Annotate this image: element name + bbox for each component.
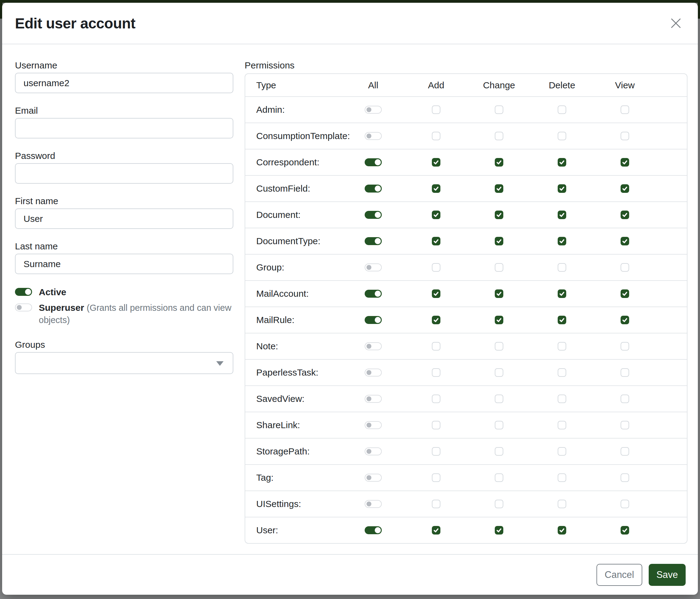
permission-add-checkbox[interactable] — [432, 289, 441, 298]
permission-change-checkbox[interactable] — [495, 132, 503, 140]
permissions-table: Type All Add Change Delete View Admin: — [245, 73, 688, 544]
permission-view-checkbox[interactable] — [621, 447, 629, 456]
permission-delete-checkbox[interactable] — [558, 184, 566, 193]
permission-change-checkbox[interactable] — [495, 368, 503, 377]
permission-all-toggle[interactable] — [365, 448, 382, 455]
permission-row: Group: — [245, 254, 687, 280]
permission-add-checkbox[interactable] — [432, 473, 441, 482]
first-name-input[interactable] — [15, 209, 233, 229]
email-input[interactable] — [15, 118, 233, 139]
cancel-button[interactable]: Cancel — [597, 564, 642, 586]
permission-add-checkbox[interactable] — [432, 526, 441, 534]
permission-all-toggle[interactable] — [365, 526, 382, 534]
permission-add-checkbox[interactable] — [432, 447, 441, 456]
save-button[interactable]: Save — [649, 564, 686, 586]
permission-delete-checkbox[interactable] — [558, 473, 566, 482]
permission-delete-checkbox[interactable] — [558, 447, 566, 456]
permission-change-checkbox[interactable] — [495, 316, 503, 324]
permission-all-toggle[interactable] — [365, 500, 382, 508]
permission-all-toggle[interactable] — [365, 316, 382, 324]
permission-add-checkbox[interactable] — [432, 263, 441, 272]
permission-delete-checkbox[interactable] — [558, 526, 566, 534]
permission-delete-checkbox[interactable] — [558, 132, 566, 140]
groups-select[interactable] — [15, 352, 233, 374]
permission-view-checkbox[interactable] — [621, 132, 629, 140]
permission-change-checkbox[interactable] — [495, 263, 503, 272]
permission-change-checkbox[interactable] — [495, 105, 503, 114]
permission-change-checkbox[interactable] — [495, 473, 503, 482]
permission-delete-checkbox[interactable] — [558, 263, 566, 272]
permission-delete-checkbox[interactable] — [558, 500, 566, 508]
last-name-input[interactable] — [15, 254, 233, 274]
permission-view-checkbox[interactable] — [621, 526, 629, 534]
permission-change-checkbox[interactable] — [495, 184, 503, 193]
permission-view-checkbox[interactable] — [621, 158, 629, 167]
permission-delete-checkbox[interactable] — [558, 368, 566, 377]
permission-all-toggle[interactable] — [365, 395, 382, 403]
superuser-toggle[interactable] — [15, 304, 32, 311]
permission-view-checkbox[interactable] — [621, 211, 629, 219]
permission-add-checkbox[interactable] — [432, 237, 441, 245]
permission-delete-checkbox[interactable] — [558, 421, 566, 429]
permission-add-checkbox[interactable] — [432, 184, 441, 193]
permission-change-checkbox[interactable] — [495, 342, 503, 351]
permission-delete-checkbox[interactable] — [558, 289, 566, 298]
close-button[interactable] — [667, 15, 684, 32]
permission-row: Tag: — [245, 464, 687, 490]
permission-view-checkbox[interactable] — [621, 500, 629, 508]
permission-view-checkbox[interactable] — [621, 316, 629, 324]
permission-all-toggle[interactable] — [365, 211, 382, 219]
permission-delete-checkbox[interactable] — [558, 316, 566, 324]
permission-all-toggle[interactable] — [365, 368, 382, 377]
permission-add-checkbox[interactable] — [432, 158, 441, 167]
permission-delete-checkbox[interactable] — [558, 105, 566, 114]
permission-view-checkbox[interactable] — [621, 289, 629, 298]
permission-add-checkbox[interactable] — [432, 316, 441, 324]
permission-view-checkbox[interactable] — [621, 394, 629, 403]
username-input[interactable] — [15, 73, 233, 93]
permission-all-toggle[interactable] — [365, 158, 382, 166]
permission-add-checkbox[interactable] — [432, 368, 441, 377]
permission-add-checkbox[interactable] — [432, 211, 441, 219]
permission-change-checkbox[interactable] — [495, 211, 503, 219]
permission-delete-checkbox[interactable] — [558, 394, 566, 403]
permission-all-toggle[interactable] — [365, 290, 382, 298]
permission-add-checkbox[interactable] — [432, 132, 441, 140]
permission-view-checkbox[interactable] — [621, 184, 629, 193]
permission-delete-checkbox[interactable] — [558, 237, 566, 245]
permission-add-checkbox[interactable] — [432, 421, 441, 429]
permission-change-checkbox[interactable] — [495, 237, 503, 245]
permission-delete-checkbox[interactable] — [558, 158, 566, 167]
permission-view-checkbox[interactable] — [621, 368, 629, 377]
permission-all-toggle[interactable] — [365, 132, 382, 140]
password-input[interactable] — [15, 163, 233, 184]
permission-change-checkbox[interactable] — [495, 394, 503, 403]
permission-change-checkbox[interactable] — [495, 421, 503, 429]
permission-all-toggle[interactable] — [365, 474, 382, 482]
permission-add-checkbox[interactable] — [432, 394, 441, 403]
permission-all-toggle[interactable] — [365, 185, 382, 193]
permission-change-checkbox[interactable] — [495, 526, 503, 534]
permission-change-checkbox[interactable] — [495, 158, 503, 167]
permission-change-checkbox[interactable] — [495, 289, 503, 298]
permission-all-toggle[interactable] — [365, 421, 382, 429]
permission-add-checkbox[interactable] — [432, 500, 441, 508]
permission-delete-checkbox[interactable] — [558, 211, 566, 219]
close-icon — [670, 17, 682, 30]
permission-all-toggle[interactable] — [365, 263, 382, 271]
permission-all-toggle[interactable] — [365, 237, 382, 245]
permission-all-toggle[interactable] — [365, 342, 382, 350]
permission-change-checkbox[interactable] — [495, 447, 503, 456]
permission-delete-checkbox[interactable] — [558, 342, 566, 351]
permission-view-checkbox[interactable] — [621, 342, 629, 351]
permission-add-checkbox[interactable] — [432, 342, 441, 351]
permission-change-checkbox[interactable] — [495, 500, 503, 508]
permission-view-checkbox[interactable] — [621, 263, 629, 272]
permission-add-checkbox[interactable] — [432, 105, 441, 114]
permission-view-checkbox[interactable] — [621, 105, 629, 114]
permission-view-checkbox[interactable] — [621, 473, 629, 482]
permission-all-toggle[interactable] — [365, 106, 382, 114]
active-toggle[interactable] — [15, 288, 32, 296]
permission-view-checkbox[interactable] — [621, 237, 629, 245]
permission-view-checkbox[interactable] — [621, 421, 629, 429]
